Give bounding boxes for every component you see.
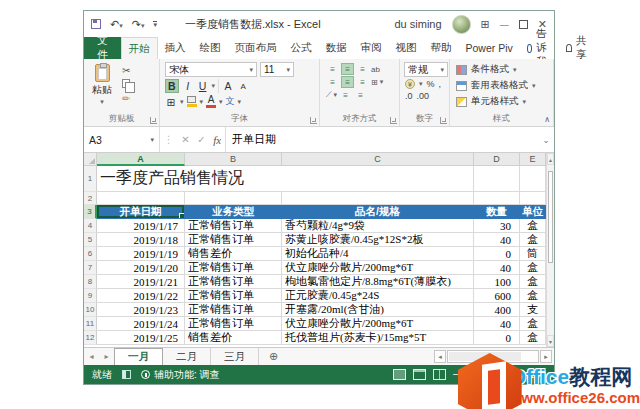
cell-qty[interactable]: 30 [474,219,520,233]
bold-button[interactable]: B [165,79,179,93]
cell-date[interactable]: 2019/1/20 [97,261,185,275]
tab-formulas[interactable]: 公式 [284,37,319,59]
cell-c2[interactable] [282,192,474,205]
cell-unit[interactable]: 筒 [520,247,546,261]
row-header-4[interactable]: 4 [84,219,97,233]
cell-unit[interactable]: 支 [520,303,546,317]
row-header-2[interactable]: 2 [84,192,97,205]
paste-button[interactable]: 粘贴 [86,62,118,114]
sheet-tab-january[interactable]: 一月 [114,348,163,365]
number-dialog-launcher-icon[interactable] [440,117,447,124]
fill-color-button[interactable] [187,96,197,107]
row-header-12[interactable]: 12 [84,331,97,345]
cell-date[interactable]: 2019/1/21 [97,275,185,289]
cell-e2[interactable] [520,192,546,205]
cell-d1[interactable] [474,166,520,192]
cell-type[interactable]: 正常销售订单 [185,303,282,317]
number-format-combo[interactable]: 常规 [404,62,448,77]
scroll-left-icon[interactable] [434,350,446,363]
cell-date[interactable]: 2019/1/22 [97,289,185,303]
cell-product[interactable]: 伏立康唑分散片/200mg*6T [282,261,474,275]
cell-product[interactable]: 开塞露/20ml(含甘油) [282,303,474,317]
cell-type[interactable]: 正常销售订单 [185,233,282,247]
sheet-tab-march[interactable]: 三月 [211,348,259,365]
row-header-1[interactable]: 1 [84,166,97,192]
active-cell-a3[interactable]: 开单日期 [97,205,185,219]
confirm-entry-icon[interactable] [197,134,205,145]
maximize-button[interactable] [519,20,528,29]
increase-indent-icon[interactable] [354,89,367,101]
insert-function-icon[interactable]: fx [213,134,221,146]
alignment-dialog-launcher-icon[interactable] [390,117,397,124]
cell-styles-button[interactable]: 单元格样式 [456,95,553,108]
font-name-combo[interactable]: 宋体 [165,62,257,77]
column-header-a[interactable]: A [97,153,185,166]
customize-qat-icon[interactable] [153,21,157,28]
tab-home[interactable]: 开始 [121,37,158,59]
decrease-indent-icon[interactable] [339,89,352,101]
cell-unit[interactable]: 盒 [520,233,546,247]
row-header-7[interactable]: 7 [84,261,97,275]
row-header-10[interactable]: 10 [84,303,97,317]
row-header-5[interactable]: 5 [84,233,97,247]
cell-unit[interactable]: 盒 [520,317,546,331]
cell-qty[interactable]: 40 [474,317,520,331]
cell-product[interactable]: 托伐普坦片(苏麦卡)/15mg*5T [282,331,474,345]
shrink-font-button[interactable]: A [237,82,249,91]
tab-help[interactable]: 帮助 [424,37,459,59]
cell-qty[interactable]: 40 [474,261,520,275]
cell-qty[interactable]: 40 [474,233,520,247]
percent-style-button[interactable]: % [427,79,435,89]
cell-unit[interactable]: 盒 [520,289,546,303]
tab-power-pivot[interactable]: Power Piv [459,37,520,59]
cell-unit[interactable]: 盒 [520,219,546,233]
row-header-11[interactable]: 11 [84,317,97,331]
ribbon-display-options-icon[interactable] [481,18,490,31]
cell-qty[interactable]: 0 [474,331,520,345]
name-box[interactable]: A3 [84,127,160,152]
column-header-b[interactable]: B [185,153,282,166]
cell-date[interactable]: 2019/1/24 [97,317,185,331]
accounting-format-icon[interactable]: ¥ [405,79,415,89]
increase-decimal-button[interactable]: .0 [405,91,413,101]
name-box-dropdown-icon[interactable] [150,136,154,144]
redo-button[interactable] [132,18,145,31]
cell-qty[interactable]: 400 [474,303,520,317]
merge-center-icon[interactable] [371,78,378,87]
scroll-up-icon[interactable] [547,153,554,165]
comma-style-button[interactable]: , [439,79,442,89]
row-header-6[interactable]: 6 [84,247,97,261]
cell-unit[interactable]: 盒 [520,275,546,289]
page-layout-view-button[interactable] [413,369,426,380]
tab-file[interactable]: 文件 [84,37,121,59]
top-align-icon[interactable] [326,63,339,75]
bottom-align-icon[interactable] [356,63,369,75]
tab-review[interactable]: 审阅 [354,37,389,59]
cell-qty[interactable]: 100 [474,275,520,289]
tell-me-box[interactable]: 告诉我 [520,37,558,59]
cell-product[interactable]: 枸地氯雷他定片/8.8mg*6T(薄膜衣) [282,275,474,289]
header-unit[interactable]: 单位 [520,205,546,219]
cell-type[interactable]: 正常销售订单 [185,219,282,233]
new-sheet-icon[interactable] [269,348,278,365]
collapse-ribbon-icon[interactable] [544,115,550,124]
cell-b2[interactable] [185,192,282,205]
tab-draw[interactable]: 绘图 [193,37,228,59]
minimize-button[interactable] [500,18,509,30]
cell-unit[interactable]: 盒 [520,331,546,345]
cell-type[interactable]: 销售差价 [185,331,282,345]
decrease-decimal-button[interactable]: .00 [417,91,430,101]
normal-view-button[interactable] [393,369,406,380]
cancel-entry-icon[interactable] [181,134,189,145]
tab-page-layout[interactable]: 页面布局 [228,37,284,59]
sheet-title-cell[interactable]: 一季度产品销售情况 [97,166,474,192]
header-qty[interactable]: 数量 [474,205,520,219]
underline-dropdown-icon[interactable] [212,82,216,90]
format-painter-icon[interactable] [122,93,134,104]
align-left-icon[interactable] [326,76,339,88]
user-avatar[interactable] [452,15,471,34]
grow-font-button[interactable]: A [222,80,234,92]
cell-d2[interactable] [474,192,520,205]
share-button[interactable]: 共享 [557,37,598,59]
macro-record-icon[interactable] [122,370,131,379]
